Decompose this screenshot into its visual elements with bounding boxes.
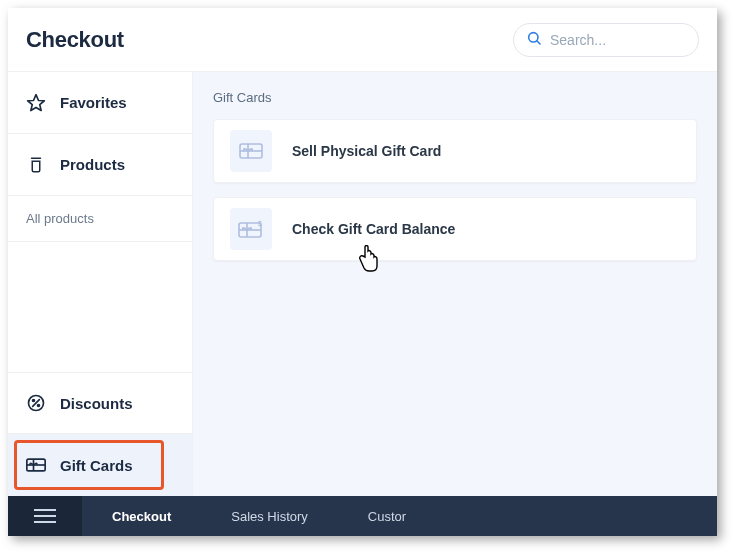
page-title: Checkout	[26, 27, 124, 53]
sidebar-item-discounts[interactable]: Discounts	[8, 372, 192, 434]
header: Checkout	[8, 8, 717, 72]
svg-marker-2	[28, 94, 45, 110]
nav-label: Checkout	[112, 509, 171, 524]
sidebar-item-gift-cards[interactable]: Gift Cards	[8, 434, 192, 496]
sidebar: Favorites Products All products	[8, 72, 193, 496]
card-sell-physical-gift-card[interactable]: Sell Physical Gift Card	[213, 119, 697, 183]
sidebar-item-label: Products	[60, 156, 125, 173]
search-input[interactable]	[550, 32, 717, 48]
card-label: Sell Physical Gift Card	[292, 143, 441, 159]
sidebar-item-all-products[interactable]: All products	[8, 196, 192, 242]
svg-point-6	[33, 400, 35, 402]
nav-label: Custor	[368, 509, 406, 524]
star-icon	[26, 93, 46, 113]
jar-icon	[26, 155, 46, 175]
sidebar-item-label: Discounts	[60, 395, 133, 412]
section-title: Gift Cards	[213, 90, 697, 105]
gift-card-balance-icon: $	[230, 208, 272, 250]
hamburger-icon	[34, 509, 56, 523]
nav-checkout[interactable]: Checkout	[82, 496, 201, 536]
gift-card-icon	[26, 455, 46, 475]
card-check-gift-card-balance[interactable]: $ Check Gift Card Balance	[213, 197, 697, 261]
sidebar-item-label: Gift Cards	[60, 457, 133, 474]
gift-card-icon	[230, 130, 272, 172]
sidebar-item-favorites[interactable]: Favorites	[8, 72, 192, 134]
nav-label: Sales History	[231, 509, 308, 524]
svg-line-1	[537, 40, 540, 43]
search-box[interactable]	[513, 23, 699, 57]
sidebar-item-products[interactable]: Products	[8, 134, 192, 196]
nav-customer[interactable]: Custor	[338, 496, 436, 536]
sidebar-item-label: Favorites	[60, 94, 127, 111]
nav-sales-history[interactable]: Sales History	[201, 496, 338, 536]
card-label: Check Gift Card Balance	[292, 221, 455, 237]
main-content: Gift Cards Sell Physical Gift Card	[193, 72, 717, 496]
bottom-nav: Checkout Sales History Custor	[8, 496, 717, 536]
svg-text:$: $	[258, 220, 262, 228]
sidebar-item-label: All products	[26, 211, 94, 226]
search-icon	[526, 30, 542, 50]
svg-point-7	[38, 405, 40, 407]
percent-icon	[26, 393, 46, 413]
menu-button[interactable]	[8, 496, 82, 536]
